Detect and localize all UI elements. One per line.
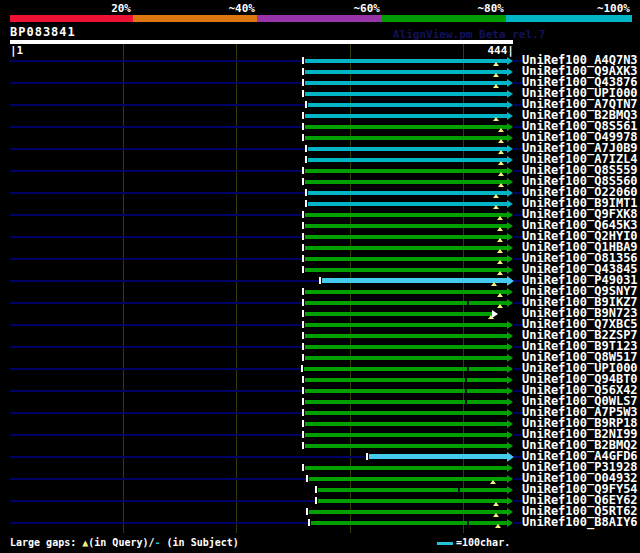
hit-bar[interactable]	[305, 411, 507, 415]
leader-line-left	[10, 280, 319, 282]
hit-bar[interactable]	[305, 169, 507, 173]
hit-bar[interactable]	[305, 246, 507, 250]
hit-arrow-icon	[507, 233, 513, 241]
hit-bar[interactable]	[305, 81, 507, 85]
hit-arrow-icon	[507, 101, 513, 109]
hit-bar[interactable]	[305, 268, 507, 272]
hit-bar[interactable]	[305, 257, 507, 261]
leader-line-left	[10, 346, 302, 348]
hit-bar[interactable]	[305, 444, 507, 448]
leader-line-right	[514, 478, 521, 480]
hit-bar[interactable]	[305, 334, 507, 338]
hit-bar[interactable]	[305, 92, 507, 96]
hit-bar[interactable]	[305, 356, 507, 360]
leader-line-left	[10, 192, 305, 194]
hit-bar[interactable]	[305, 301, 507, 305]
leader-line-left	[10, 148, 305, 150]
hit-bar[interactable]	[305, 213, 507, 217]
hit-arrow-icon	[492, 310, 498, 318]
hit-rows: UniRef100_A4Q7N3UniRef100_Q9AXK3UniRef10…	[0, 0, 640, 553]
hit-bar[interactable]	[305, 422, 507, 426]
alignment-start-tick	[302, 310, 304, 317]
leader-line-left	[10, 434, 302, 436]
leader-line-right	[514, 104, 521, 106]
leader-line-left	[10, 456, 366, 458]
hit-bar[interactable]	[305, 290, 507, 294]
hit-bar[interactable]	[305, 466, 507, 470]
hit-bar[interactable]	[308, 103, 507, 107]
hit-bar[interactable]	[308, 191, 507, 195]
subject-gap-marker	[467, 521, 469, 525]
alignment-start-tick	[302, 57, 304, 64]
hit-bar[interactable]	[305, 323, 507, 327]
hit-bar[interactable]	[308, 158, 507, 162]
leader-line-right	[514, 236, 521, 238]
hit-arrow-icon	[507, 519, 513, 527]
alignment-start-tick	[315, 486, 317, 493]
hit-bar[interactable]	[308, 147, 507, 151]
subject-gap-marker	[465, 378, 467, 382]
hit-arrow-icon	[507, 123, 513, 131]
hit-bar[interactable]	[369, 454, 507, 459]
hit-label[interactable]: UniRef100_B8AIY6	[522, 517, 638, 528]
hit-bar[interactable]	[308, 202, 507, 206]
hit-arrow-icon	[507, 79, 513, 87]
gap-legend-prefix: Large gaps:	[10, 537, 82, 548]
alignment-start-tick	[302, 222, 304, 229]
hit-bar[interactable]	[318, 499, 507, 503]
leader-line-right	[514, 368, 521, 370]
hit-bar[interactable]	[305, 378, 507, 382]
hit-bar[interactable]	[305, 114, 507, 118]
leader-line-right	[514, 456, 521, 458]
leader-line-right	[514, 126, 521, 128]
hit-bar[interactable]	[305, 312, 492, 316]
alignment-start-tick	[302, 178, 304, 185]
hit-bar[interactable]	[305, 180, 507, 184]
hit-bar[interactable]	[305, 70, 507, 74]
hit-arrow-icon	[507, 343, 513, 351]
hit-bar[interactable]	[311, 521, 507, 525]
leader-line-right	[514, 522, 521, 524]
hit-arrow-icon	[507, 442, 513, 450]
alignment-start-tick	[306, 475, 308, 482]
leader-line-right	[514, 390, 521, 392]
hit-bar[interactable]	[309, 477, 507, 481]
hit-bar[interactable]	[322, 278, 507, 283]
alignment-start-tick	[305, 101, 307, 108]
hit-arrow-icon	[507, 332, 513, 340]
hit-bar[interactable]	[305, 400, 507, 404]
leader-line-right	[514, 280, 521, 282]
hit-bar[interactable]	[305, 389, 507, 393]
leader-line-right	[514, 214, 521, 216]
hit-bar[interactable]	[305, 345, 507, 349]
hit-bar[interactable]	[305, 136, 507, 140]
hit-bar[interactable]	[305, 433, 507, 437]
hit-bar[interactable]	[318, 488, 507, 492]
hit-arrow-icon	[507, 354, 513, 362]
hit-arrow-icon	[507, 497, 513, 505]
alignment-start-tick	[305, 189, 307, 196]
leader-line-left	[10, 236, 302, 238]
hit-bar[interactable]	[305, 125, 507, 129]
leader-line-right	[514, 412, 521, 414]
alignment-start-tick	[302, 431, 304, 438]
hit-arrow-icon	[507, 255, 513, 263]
alignment-start-tick	[302, 211, 304, 218]
hit-arrow-icon	[507, 244, 513, 252]
hit-arrow-icon	[507, 276, 514, 286]
hit-bar[interactable]	[305, 235, 507, 239]
leader-line-left	[10, 390, 302, 392]
gap-legend-suffix: (in Subject)	[161, 537, 239, 548]
hit-bar[interactable]	[305, 224, 507, 228]
hit-bar[interactable]	[309, 510, 507, 514]
alignment-start-tick	[302, 442, 304, 449]
hit-arrow-icon	[507, 189, 513, 197]
hit-bar[interactable]	[304, 367, 507, 371]
leader-line-left	[10, 500, 315, 502]
hit-arrow-icon	[507, 90, 513, 98]
alignment-start-tick	[302, 244, 304, 251]
alignment-start-tick	[302, 332, 304, 339]
hit-arrow-icon	[507, 112, 513, 120]
alignment-start-tick	[302, 123, 304, 130]
hit-bar[interactable]	[305, 59, 507, 63]
